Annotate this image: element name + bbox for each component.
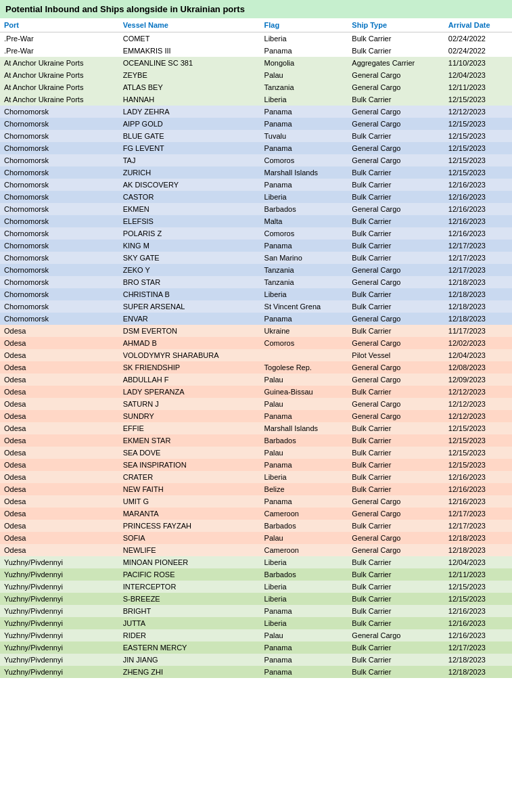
cell-date: 12/15/2023 [444, 459, 512, 471]
cell-port: Yuzhny/Pivdennyi [0, 666, 119, 678]
cell-date: 12/16/2023 [444, 605, 512, 617]
cell-port: Odesa [0, 410, 119, 422]
cell-type: Bulk Carrier [348, 447, 444, 459]
cell-vessel: SEA DOVE [119, 447, 260, 459]
cell-type: General Cargo [348, 398, 444, 410]
cell-vessel: AHMAD B [119, 337, 260, 349]
cell-port: Chornomorsk [0, 166, 119, 179]
cell-date: 12/16/2023 [444, 617, 512, 629]
cell-vessel: ABDULLAH F [119, 374, 260, 386]
cell-vessel: RIDER [119, 629, 260, 641]
cell-flag: Barbados [260, 568, 348, 581]
cell-port: Chornomorsk [0, 288, 119, 300]
table-row: ChornomorskEKMENBarbadosGeneral Cargo12/… [0, 203, 512, 215]
cell-date: 11/10/2023 [444, 57, 512, 69]
cell-flag: St Vincent Grena [260, 300, 348, 313]
cell-flag: Liberia [260, 581, 348, 593]
cell-vessel: S-BREEZE [119, 593, 260, 605]
table-row: Yuzhny/PivdennyiBRIGHTPanamaBulk Carrier… [0, 605, 512, 617]
cell-flag: Palau [260, 374, 348, 386]
cell-date: 12/16/2023 [444, 471, 512, 483]
cell-type: Bulk Carrier [348, 45, 444, 57]
cell-date: 12/12/2023 [444, 106, 512, 118]
table-row: ChornomorskZURICHMarshall IslandsBulk Ca… [0, 166, 512, 179]
cell-flag: Panama [260, 179, 348, 191]
cell-vessel: ZEYBE [119, 69, 260, 81]
cell-flag: Panama [260, 106, 348, 118]
cell-vessel: BRO STAR [119, 276, 260, 288]
cell-flag: Liberia [260, 93, 348, 106]
cell-date: 12/15/2023 [444, 93, 512, 106]
cell-flag: Mongolia [260, 57, 348, 69]
table-row: Yuzhny/PivdennyiZHENG ZHIPanamaBulk Carr… [0, 666, 512, 678]
cell-date: 12/18/2023 [444, 276, 512, 288]
cell-type: Bulk Carrier [348, 434, 444, 447]
cell-vessel: ZURICH [119, 166, 260, 179]
cell-vessel: SK FRIENDSHIP [119, 361, 260, 374]
cell-port: Odesa [0, 337, 119, 349]
cell-type: Bulk Carrier [348, 581, 444, 593]
table-row: OdesaLADY SPERANZAGuinea-BissauBulk Carr… [0, 386, 512, 398]
table-row: .Pre-WarCOMETLiberiaBulk Carrier02/24/20… [0, 32, 512, 45]
cell-date: 12/17/2023 [444, 520, 512, 532]
cell-date: 12/17/2023 [444, 264, 512, 276]
cell-type: Bulk Carrier [348, 568, 444, 581]
cell-vessel: EKMEN [119, 203, 260, 215]
cell-type: General Cargo [348, 374, 444, 386]
table-row: OdesaSUNDRYPanamaGeneral Cargo12/12/2023 [0, 410, 512, 422]
cell-flag: Marshall Islands [260, 422, 348, 434]
cell-flag: Comoros [260, 154, 348, 166]
cell-type: Aggregates Carrier [348, 57, 444, 69]
cell-port: Odesa [0, 483, 119, 495]
cell-type: Bulk Carrier [348, 166, 444, 179]
cell-flag: Panama [260, 605, 348, 617]
table-row: OdesaPRINCESS FAYZAHBarbadosBulk Carrier… [0, 520, 512, 532]
col-type: Ship Type [348, 18, 444, 32]
cell-type: General Cargo [348, 69, 444, 81]
table-row: ChornomorskBRO STARTanzaniaGeneral Cargo… [0, 276, 512, 288]
cell-port: .Pre-War [0, 45, 119, 57]
cell-flag: Panama [260, 142, 348, 154]
cell-vessel: ATLAS BEY [119, 81, 260, 93]
cell-date: 12/15/2023 [444, 130, 512, 142]
cell-flag: Guinea-Bissau [260, 386, 348, 398]
table-row: OdesaNEW FAITHBelizeBulk Carrier12/16/20… [0, 483, 512, 495]
cell-type: Bulk Carrier [348, 556, 444, 568]
cell-flag: Panama [260, 45, 348, 57]
table-row: OdesaMARANTACameroonGeneral Cargo12/17/2… [0, 508, 512, 520]
cell-flag: Panama [260, 654, 348, 666]
cell-flag: Panama [260, 240, 348, 252]
cell-port: Yuzhny/Pivdennyi [0, 568, 119, 581]
cell-port: Chornomorsk [0, 240, 119, 252]
cell-port: Odesa [0, 532, 119, 544]
cell-date: 12/11/2023 [444, 81, 512, 93]
cell-vessel: BLUE GATE [119, 130, 260, 142]
cell-type: General Cargo [348, 508, 444, 520]
cell-port: Chornomorsk [0, 191, 119, 203]
table-row: ChornomorskAK DISCOVERYPanamaBulk Carrie… [0, 179, 512, 191]
cell-type: General Cargo [348, 532, 444, 544]
cell-flag: Marshall Islands [260, 166, 348, 179]
cell-port: At Anchor Ukraine Ports [0, 69, 119, 81]
cell-port: Chornomorsk [0, 118, 119, 130]
cell-type: Bulk Carrier [348, 483, 444, 495]
cell-flag: Tanzania [260, 264, 348, 276]
cell-type: Bulk Carrier [348, 32, 444, 45]
cell-type: Bulk Carrier [348, 422, 444, 434]
table-row: ChornomorskKING MPanamaBulk Carrier12/17… [0, 240, 512, 252]
cell-port: Chornomorsk [0, 276, 119, 288]
table-row: ChornomorskZEKO YTanzaniaGeneral Cargo12… [0, 264, 512, 276]
cell-type: Bulk Carrier [348, 130, 444, 142]
cell-type: General Cargo [348, 154, 444, 166]
cell-vessel: ELEFSIS [119, 215, 260, 227]
cell-port: Odesa [0, 422, 119, 434]
cell-vessel: CHRISTINA B [119, 288, 260, 300]
cell-type: General Cargo [348, 106, 444, 118]
cell-type: Bulk Carrier [348, 179, 444, 191]
cell-flag: Palau [260, 398, 348, 410]
cell-flag: Cameroon [260, 508, 348, 520]
cell-vessel: INTERCEPTOR [119, 581, 260, 593]
table-row: Yuzhny/PivdennyiRIDERPalauGeneral Cargo1… [0, 629, 512, 641]
cell-port: Chornomorsk [0, 203, 119, 215]
cell-port: Chornomorsk [0, 154, 119, 166]
